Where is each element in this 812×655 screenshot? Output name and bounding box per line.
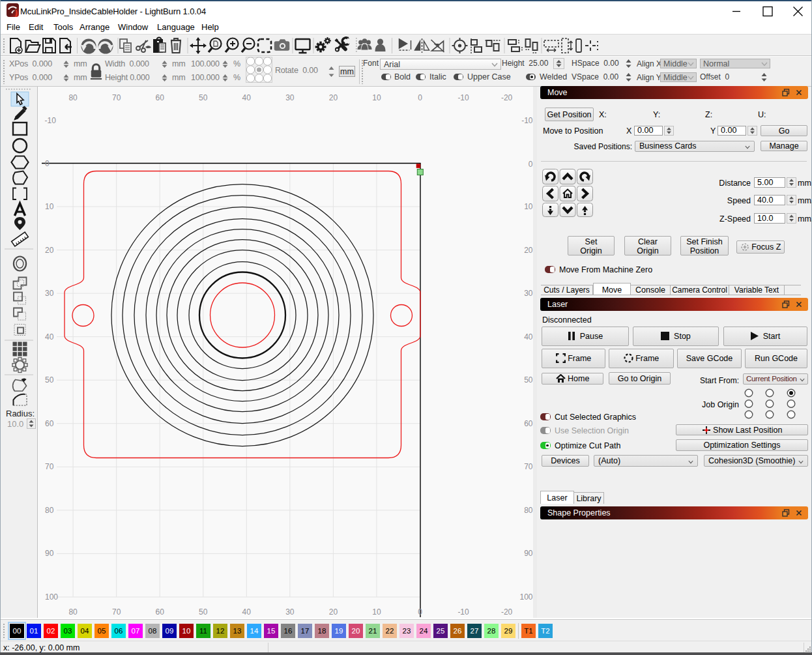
svg-text:30: 30 xyxy=(524,289,533,298)
svg-text:80: 80 xyxy=(45,506,54,515)
svg-text:-20: -20 xyxy=(501,607,513,617)
svg-text:10: 10 xyxy=(372,607,381,617)
svg-text:80: 80 xyxy=(68,607,78,617)
svg-text:50: 50 xyxy=(199,93,208,102)
svg-text:30: 30 xyxy=(285,93,295,102)
svg-text:30: 30 xyxy=(45,289,54,298)
svg-text:40: 40 xyxy=(242,93,252,102)
svg-text:70: 70 xyxy=(112,93,121,102)
svg-text:10: 10 xyxy=(372,93,381,102)
svg-text:40: 40 xyxy=(45,332,54,342)
svg-text:70: 70 xyxy=(45,462,54,471)
svg-text:40: 40 xyxy=(242,607,252,617)
svg-text:10: 10 xyxy=(45,202,54,211)
svg-text:70: 70 xyxy=(112,607,121,617)
svg-text:50: 50 xyxy=(45,375,54,385)
svg-text:80: 80 xyxy=(524,506,533,515)
svg-text:50: 50 xyxy=(199,607,208,617)
svg-text:30: 30 xyxy=(285,607,295,617)
svg-text:20: 20 xyxy=(524,246,533,255)
svg-text:60: 60 xyxy=(45,419,54,428)
svg-text:0: 0 xyxy=(529,160,533,169)
svg-text:70: 70 xyxy=(524,462,533,471)
svg-text:60: 60 xyxy=(524,419,533,428)
svg-text:90: 90 xyxy=(45,549,54,558)
svg-text:-10: -10 xyxy=(521,116,533,125)
svg-text:0: 0 xyxy=(418,93,422,102)
svg-text:0: 0 xyxy=(45,159,50,168)
svg-text:-20: -20 xyxy=(501,93,513,102)
svg-text:10: 10 xyxy=(524,202,533,211)
svg-text:20: 20 xyxy=(45,246,54,255)
svg-text:20: 20 xyxy=(329,93,338,102)
svg-text:100: 100 xyxy=(519,592,532,602)
svg-text:90: 90 xyxy=(524,549,533,558)
svg-text:60: 60 xyxy=(156,607,165,617)
svg-text:-10: -10 xyxy=(45,116,57,125)
svg-text:40: 40 xyxy=(524,332,533,342)
svg-text:60: 60 xyxy=(156,93,165,102)
svg-text:20: 20 xyxy=(329,607,338,617)
svg-text:-10: -10 xyxy=(457,607,469,617)
svg-text:0: 0 xyxy=(418,607,422,617)
svg-text:80: 80 xyxy=(68,93,78,102)
svg-text:100: 100 xyxy=(45,592,58,602)
svg-text:-10: -10 xyxy=(457,93,469,102)
svg-text:50: 50 xyxy=(524,375,533,385)
